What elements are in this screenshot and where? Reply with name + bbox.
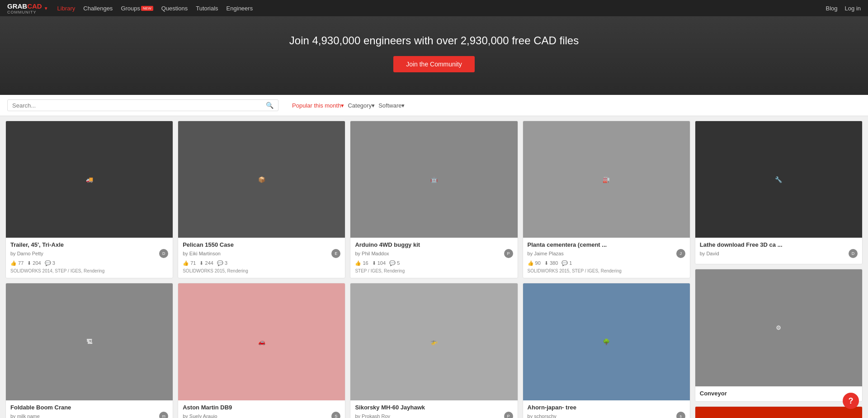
card-author-name: by Darno Petty [10,251,43,256]
card-image-wrap: 🚁 [350,283,517,400]
card-author: by Jaime Plazas J [528,249,685,258]
nav-library[interactable]: Library [57,5,75,12]
nav-right: Blog Log in [826,5,861,12]
card-stats: 👍 77 ⬇ 204 💬 3 [10,260,168,266]
card-body: Planta cementera (cement ... by Jaime Pl… [523,238,690,278]
card-title: Ahorn-japan- tree [528,404,685,411]
nav-blog[interactable]: Blog [826,5,838,12]
avatar: P [504,249,513,258]
comments-stat: 💬 3 [217,260,227,266]
card-body: Arduino 4WD buggy kit by Phil Maddox P 👍… [350,238,517,278]
card-image-wrap: 🏭 [523,121,690,238]
card-author-name: by Eiki Martinson [183,251,221,256]
card-foldable-boom[interactable]: 🏗 Foldable Boom Crane by milk name m 👍 5… [5,283,173,418]
card-title: Foldable Boom Crane [10,404,168,411]
card-aston[interactable]: 🚗 Aston Martin DB9 by Suely Araujo S 👍 1… [178,283,345,418]
card-image: 🔧 [695,121,862,238]
brand-community-text: COMMUNITY [7,10,42,14]
card-author: by Prokash Roy P [355,412,513,418]
card-author: by Suely Araujo S [183,412,340,418]
card-author: by David D [700,249,858,258]
card-image: 🏗 [6,283,173,400]
card-arduino[interactable]: 🤖 Arduino 4WD buggy kit by Phil Maddox P… [350,121,518,278]
comments-stat: 💬 3 [45,260,55,266]
brand[interactable]: GRABCAD COMMUNITY ▼ [7,2,48,14]
nav-engineers[interactable]: Engineers [226,5,253,12]
hero-title: Join 4,930,000 engineers with over 2,930… [9,34,859,47]
card-grid: 🚚 Trailer, 45', Tri-Axle by Darno Petty … [0,116,868,418]
search-input-wrap[interactable]: 🔍 [7,99,278,111]
card-trailer[interactable]: 🚚 Trailer, 45', Tri-Axle by Darno Petty … [5,121,173,278]
nav-groups[interactable]: Groups [121,5,140,12]
filter-section: Popular this month▾ Category▾ Software▾ [292,102,405,109]
card-tags: SOLIDWORKS 2015, Rendering [183,268,340,274]
help-button[interactable]: ? [843,393,859,409]
join-community-button[interactable]: Join the Community [393,56,475,72]
avatar: s [676,412,685,418]
nav-groups-wrap: Groups NEW [121,5,153,12]
card-sikorsky[interactable]: 🚁 Sikorsky MH-60 Jayhawk by Prokash Roy … [350,283,518,418]
search-input[interactable] [12,102,266,109]
avatar: E [331,249,340,258]
card-image: 🚗 [178,283,345,400]
card-author: by Darno Petty D [10,249,168,258]
card-planta[interactable]: 🏭 Planta cementera (cement ... by Jaime … [523,121,690,278]
card-author-name: by Suely Araujo [183,413,217,418]
card-image: 🌳 [523,283,690,400]
card-author-name: by milk name [10,413,40,418]
card-title: Lathe download Free 3D ca ... [700,241,858,248]
card-author: by Eiki Martinson E [183,249,340,258]
card-author-name: by David [700,251,719,256]
hero-section: Join 4,930,000 engineers with over 2,930… [0,16,868,95]
navbar: GRABCAD COMMUNITY ▼ Library Challenges G… [0,0,868,16]
avatar: S [331,412,340,418]
card-body: Sikorsky MH-60 Jayhawk by Prokash Roy P … [350,400,517,418]
nav-tutorials[interactable]: Tutorials [196,5,218,12]
nav-challenges[interactable]: Challenges [83,5,113,12]
card-author-name: by Jaime Plazas [528,251,564,256]
card-tags: SOLIDWORKS 2015, STEP / IGES, Rendering [528,268,685,274]
card-title: Conveyor [700,390,858,397]
card-body: Aston Martin DB9 by Suely Araujo S 👍 123… [178,400,345,418]
card-author-name: by Prokash Roy [355,413,390,418]
downloads-stat: ⬇ 380 [544,260,558,266]
nav-login[interactable]: Log in [845,5,861,12]
avatar: P [504,412,513,418]
popular-filter-button[interactable]: Popular this month▾ [292,102,344,109]
card-body: Conveyor [695,386,862,401]
card-author: by milk name m [10,412,168,418]
card-title: Sikorsky MH-60 Jayhawk [355,404,513,411]
card-lathe[interactable]: 🔧 Lathe download Free 3D ca ... by David… [695,121,863,264]
card-pelican[interactable]: 📦 Pelican 1550 Case by Eiki Martinson E … [178,121,345,278]
card-title: Arduino 4WD buggy kit [355,241,513,248]
card-image-wrap: 🚗 [695,407,862,418]
comments-stat: 💬 5 [389,260,400,266]
avatar: D [159,249,168,258]
card-conveyor[interactable]: ⚙ Conveyor [695,269,863,401]
card-author: by Phil Maddox P [355,249,513,258]
card-body: Ahorn-japan- tree by schorschv s 👍 98 ⬇ … [523,400,690,418]
software-filter-button[interactable]: Software▾ [378,102,405,109]
card-title: Aston Martin DB9 [183,404,340,411]
nav-questions[interactable]: Questions [161,5,188,12]
card-body: Trailer, 45', Tri-Axle by Darno Petty D … [6,238,173,278]
card-body: Lathe download Free 3D ca ... by David D [695,238,862,264]
card-image-wrap: 📦 [178,121,345,238]
card-ahorn[interactable]: 🌳 Ahorn-japan- tree by schorschv s 👍 98 … [523,283,690,418]
brand-cad: CAD [27,2,42,10]
card-stats: 👍 71 ⬇ 244 💬 3 [183,260,340,266]
card-image-wrap: 🤖 [350,121,517,238]
likes-stat: 👍 90 [528,260,541,266]
card-title: Trailer, 45', Tri-Axle [10,241,168,248]
likes-stat: 👍 71 [183,260,196,266]
card-image-wrap: 🏗 [6,283,173,400]
card-red-car[interactable]: 🚗 MGW 2017 [695,406,863,418]
nav-links: Library Challenges Groups NEW Questions … [57,5,826,12]
category-filter-button[interactable]: Category▾ [348,102,375,109]
downloads-stat: ⬇ 104 [372,260,386,266]
card-stats: 👍 16 ⬇ 104 💬 5 [355,260,513,266]
card-tags: STEP / IGES, Rendering [355,268,513,274]
downloads-stat: ⬇ 204 [27,260,41,266]
downloads-stat: ⬇ 244 [199,260,213,266]
card-image-wrap: 🚗 [178,283,345,400]
